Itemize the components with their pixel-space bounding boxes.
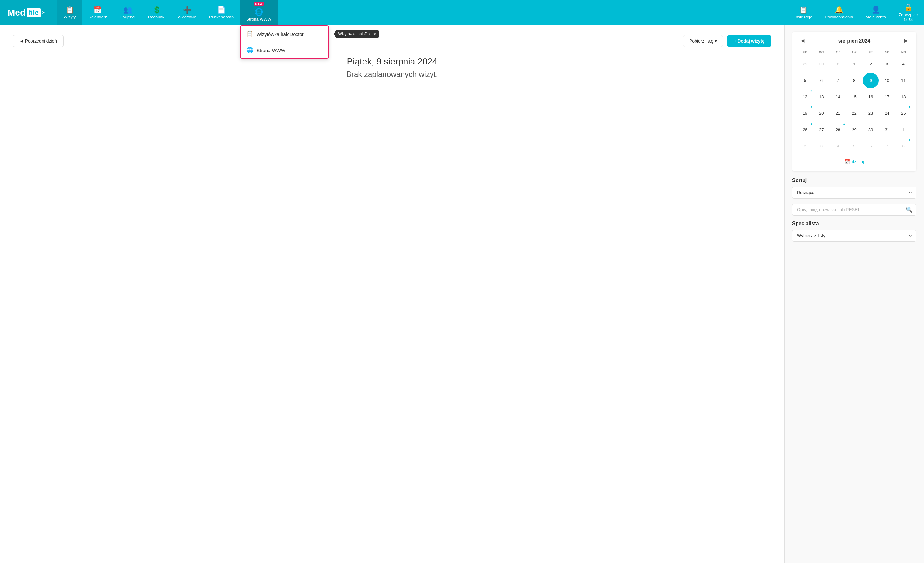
nav-item-wizyty[interactable]: 📋 Wizyty bbox=[57, 0, 82, 26]
search-wrapper: 🔍 bbox=[792, 204, 916, 216]
cal-day-31-prev[interactable]: 31 bbox=[830, 56, 846, 72]
cal-day-3[interactable]: 3 bbox=[879, 56, 895, 72]
logo-file: file bbox=[27, 8, 40, 18]
cal-day-24[interactable]: 24 bbox=[879, 105, 895, 122]
today-link-label: dzisiaj bbox=[852, 159, 864, 164]
today-link[interactable]: 📅 dzisiaj bbox=[797, 157, 911, 166]
cal-day-11[interactable]: 11 bbox=[896, 73, 911, 89]
specialist-section: Specjalista Wybierz z listy bbox=[792, 221, 916, 242]
cal-day-1-next[interactable]: 1 bbox=[896, 122, 911, 138]
cal-day-29[interactable]: 29 bbox=[846, 122, 862, 138]
punkt-pobran-icon: 📄 bbox=[217, 6, 226, 14]
pacjenci-icon: 👥 bbox=[123, 6, 132, 14]
nav-item-e-zdrowie[interactable]: ➕ e-Zdrowie bbox=[172, 0, 203, 26]
nav-item-powiadomienia[interactable]: 🔔 Powiadomienia bbox=[819, 0, 859, 26]
powiadomienia-icon: 🔔 bbox=[835, 6, 843, 14]
cal-day-8[interactable]: 8 bbox=[846, 73, 862, 89]
cal-day-23[interactable]: 23 bbox=[862, 105, 879, 122]
cal-day-30-prev[interactable]: 30 bbox=[814, 56, 830, 72]
dropdown-strona-www-label: Strona WWW bbox=[256, 48, 285, 53]
cal-day-31[interactable]: 31 bbox=[879, 122, 895, 138]
dropdown-wizytowka-label: Wizytówka haloDoctor bbox=[256, 32, 303, 37]
strona-www-icon: 🌐 bbox=[255, 9, 263, 16]
cal-day-27[interactable]: 27 bbox=[814, 122, 830, 138]
sort-section: Sortuj Rosnąco Malejąco bbox=[792, 178, 916, 198]
cal-day-20[interactable]: 20 bbox=[814, 105, 830, 122]
cal-day-2-next[interactable]: 2 bbox=[797, 138, 813, 154]
nav-item-kalendarz[interactable]: 📅 Kalendarz bbox=[82, 0, 113, 26]
nav-item-strona-www[interactable]: NEW 🌐 Strona WWW 📋 Wizytówka haloDoctor … bbox=[240, 0, 278, 26]
cal-day-3-next[interactable]: 3 bbox=[814, 138, 830, 154]
cal-day-28[interactable]: 281 bbox=[830, 122, 846, 138]
nav-item-rachunki[interactable]: 💲 Rachunki bbox=[142, 0, 172, 26]
cal-day-4[interactable]: 4 bbox=[896, 56, 911, 72]
cal-day-16[interactable]: 16 bbox=[862, 89, 879, 105]
cal-day-10[interactable]: 10 bbox=[879, 73, 895, 89]
nav-item-pacjenci[interactable]: 👥 Pacjenci bbox=[113, 0, 142, 26]
calendar-prev-button[interactable]: ◄ bbox=[797, 37, 808, 45]
nav-item-instrukcje[interactable]: 📋 Instrukcje bbox=[788, 0, 819, 26]
cal-day-13[interactable]: 13 bbox=[814, 89, 830, 105]
dropdown-item-wizytowka[interactable]: 📋 Wizytówka haloDoctor Wizytówka haloDoc… bbox=[240, 26, 328, 42]
strona-www-dd-icon: 🌐 bbox=[246, 47, 253, 54]
pobierz-liste-button[interactable]: Pobierz listę ▾ bbox=[683, 35, 723, 47]
search-button[interactable]: 🔍 bbox=[906, 206, 912, 213]
calendar-month-label: sierpień 2024 bbox=[838, 38, 870, 44]
dropdown-item-strona-www[interactable]: 🌐 Strona WWW bbox=[240, 42, 328, 58]
cal-day-15[interactable]: 15 bbox=[846, 89, 862, 105]
cal-day-5[interactable]: 5 bbox=[797, 73, 813, 89]
cal-day-9-today[interactable]: 9 bbox=[862, 73, 879, 89]
cal-day-21[interactable]: 21 bbox=[830, 105, 846, 122]
nav-label-moje-konto: Moje konto bbox=[866, 15, 886, 20]
cal-day-4-next[interactable]: 4 bbox=[830, 138, 846, 154]
date-heading: Piątek, 9 sierpnia 2024 Brak zaplanowany… bbox=[13, 57, 771, 79]
search-input[interactable] bbox=[792, 204, 916, 216]
nav-label-powiadomienia: Powiadomienia bbox=[825, 15, 853, 20]
cal-header-wt: Wt bbox=[814, 49, 830, 56]
cal-day-19[interactable]: 192 bbox=[797, 105, 813, 122]
cal-day-6[interactable]: 6 bbox=[814, 73, 830, 89]
nav-label-wizyty: Wizyty bbox=[63, 15, 76, 20]
cal-day-8-next[interactable]: 81 bbox=[896, 138, 911, 154]
cal-day-7[interactable]: 7 bbox=[830, 73, 846, 89]
cal-day-18[interactable]: 18 bbox=[896, 89, 911, 105]
cal-header-cz: Cz bbox=[846, 49, 862, 56]
wizyty-icon: 📋 bbox=[66, 6, 74, 14]
rachunki-icon: 💲 bbox=[153, 6, 161, 14]
cal-day-7-next[interactable]: 7 bbox=[879, 138, 895, 154]
cal-day-1[interactable]: 1 bbox=[846, 56, 862, 72]
cal-day-26[interactable]: 261 bbox=[797, 122, 813, 138]
cal-day-17[interactable]: 17 bbox=[879, 89, 895, 105]
dodaj-wizyte-button[interactable]: + Dodaj wizytę bbox=[727, 35, 771, 47]
cal-header-sr: Śr bbox=[830, 49, 846, 56]
time-badge: 14:54 bbox=[904, 18, 912, 22]
cal-header-nd: Nd bbox=[896, 49, 911, 56]
cal-day-22[interactable]: 22 bbox=[846, 105, 862, 122]
search-section: 🔍 bbox=[792, 204, 916, 216]
nav-label-zabezpiec: Zabezpiec bbox=[898, 12, 918, 17]
cal-day-12[interactable]: 122 bbox=[797, 89, 813, 105]
nav-item-zabezpiec[interactable]: 🔒 Zabezpiec 14:54 bbox=[892, 0, 924, 26]
nav-item-punkt-pobran[interactable]: 📄 Punkt pobrań bbox=[203, 0, 240, 26]
specialist-select[interactable]: Wybierz z listy bbox=[792, 230, 916, 242]
instrukcje-icon: 📋 bbox=[799, 6, 808, 14]
nav-label-strona-www: Strona WWW bbox=[246, 17, 272, 22]
cal-day-25[interactable]: 251 bbox=[896, 105, 911, 122]
e-zdrowie-icon: ➕ bbox=[183, 6, 192, 14]
nav-label-e-zdrowie: e-Zdrowie bbox=[178, 15, 196, 20]
nav-item-moje-konto[interactable]: 👤 Moje konto bbox=[859, 0, 892, 26]
cal-day-6-next[interactable]: 6 bbox=[862, 138, 879, 154]
cal-day-14[interactable]: 14 bbox=[830, 89, 846, 105]
cal-day-5-next[interactable]: 5 bbox=[846, 138, 862, 154]
calendar-widget: ◄ sierpień 2024 ► Pn Wt Śr Cz Pt So Nd 2… bbox=[792, 32, 916, 171]
wizytowka-tooltip: Wizytówka haloDoctor bbox=[335, 30, 380, 38]
calendar-next-button[interactable]: ► bbox=[900, 37, 911, 45]
no-visits-message: Brak zaplanowanych wizyt. bbox=[13, 70, 771, 79]
cal-day-30[interactable]: 30 bbox=[862, 122, 879, 138]
calendar-header: ◄ sierpień 2024 ► bbox=[797, 37, 911, 45]
cal-day-2[interactable]: 2 bbox=[862, 56, 879, 72]
sort-select[interactable]: Rosnąco Malejąco bbox=[792, 186, 916, 198]
cal-day-29-prev[interactable]: 29 bbox=[797, 56, 813, 72]
logo-area[interactable]: Med file ® bbox=[0, 0, 57, 26]
prev-day-button[interactable]: ◄ Poprzedni dzień bbox=[13, 35, 63, 47]
